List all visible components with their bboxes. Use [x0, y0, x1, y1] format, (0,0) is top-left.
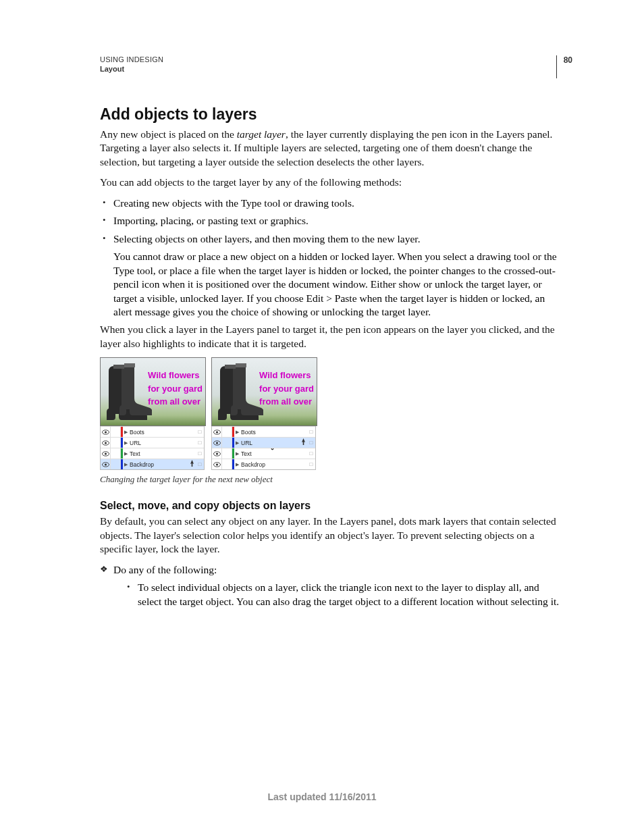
svg-rect-1: [124, 363, 135, 367]
disclosure-triangle-icon[interactable]: ▶: [124, 429, 128, 435]
overlay-text: Wild flowers for your gard from all over: [148, 369, 203, 409]
layer-color-swatch: [232, 427, 234, 437]
svg-rect-12: [236, 363, 246, 367]
layer-row[interactable]: ▶Boots□: [101, 426, 204, 437]
layer-color-swatch: [232, 438, 234, 448]
svg-point-14: [215, 431, 217, 433]
note-paragraph: You cannot draw or place a new object on…: [113, 250, 566, 319]
visibility-icon[interactable]: [101, 438, 111, 448]
disclosure-triangle-icon[interactable]: ▶: [124, 440, 128, 446]
running-section: Layout: [100, 65, 566, 73]
list-item: To select individual objects on a layer,…: [124, 581, 566, 608]
nested-list: To select individual objects on a layer,…: [124, 581, 566, 608]
layer-row[interactable]: ▶Text□: [212, 448, 315, 459]
diamond-text: Do any of the following:: [113, 564, 217, 575]
layer-color-swatch: [121, 448, 123, 459]
visibility-icon[interactable]: [101, 459, 111, 469]
lock-cell[interactable]: [222, 459, 232, 469]
selection-square-icon[interactable]: □: [196, 429, 204, 435]
overlay-line: Wild flowers: [259, 369, 314, 382]
svg-point-7: [104, 452, 106, 454]
intro-paragraph: Any new object is placed on the target l…: [100, 128, 566, 169]
list-item: Selecting objects on other layers, and t…: [100, 232, 566, 246]
visibility-icon[interactable]: [212, 427, 222, 437]
p1-em: target layer: [237, 128, 286, 140]
disclosure-triangle-icon[interactable]: ▶: [236, 462, 239, 467]
disclosure-triangle-icon[interactable]: ▶: [236, 440, 239, 446]
visibility-icon[interactable]: [212, 448, 222, 459]
selection-square-icon[interactable]: □: [196, 461, 204, 467]
overlay-line: for your gard: [259, 382, 314, 396]
overlay-line: Wild flowers: [148, 369, 203, 382]
pen-target-icon: [299, 438, 307, 447]
overlay-text: Wild flowers for your gard from all over: [259, 369, 314, 409]
layer-name: URL: [129, 440, 188, 446]
task-list: Do any of the following: To select indiv…: [100, 563, 566, 608]
visibility-icon[interactable]: [101, 427, 111, 437]
visibility-icon[interactable]: [212, 459, 222, 469]
layer-color-swatch: [232, 459, 234, 469]
lock-cell[interactable]: [111, 459, 121, 469]
layer-color-swatch: [121, 459, 123, 469]
boot-icon: [216, 363, 263, 423]
layer-name: Text: [240, 450, 299, 457]
svg-rect-10: [191, 463, 192, 467]
svg-point-5: [104, 442, 106, 444]
lock-cell[interactable]: [222, 438, 232, 448]
p4: By default, you can select any object on…: [100, 515, 566, 556]
heading-add-objects: Add objects to layers: [100, 105, 566, 124]
svg-point-21: [215, 463, 217, 465]
svg-rect-17: [302, 442, 304, 445]
boot-icon: [105, 363, 152, 423]
disclosure-triangle-icon[interactable]: ▶: [236, 451, 239, 457]
layer-name: Backdrop: [129, 461, 188, 468]
methods-list: Creating new objects with the Type tool …: [100, 197, 566, 246]
visibility-icon[interactable]: [212, 438, 222, 448]
overlay-line: for your gard: [148, 382, 203, 396]
p2: You can add objects to the target layer …: [100, 176, 566, 189]
footer: Last updated 11/16/2011: [0, 791, 644, 802]
visibility-icon[interactable]: [101, 448, 111, 459]
selection-square-icon[interactable]: □: [307, 461, 315, 467]
layer-name: Text: [129, 450, 188, 457]
layer-name: Boots: [129, 429, 188, 436]
svg-point-9: [104, 463, 106, 465]
layer-row[interactable]: ▶URL□: [101, 437, 204, 448]
disclosure-triangle-icon[interactable]: ▶: [124, 451, 128, 457]
layer-row[interactable]: ▶Boots□: [212, 426, 315, 437]
layer-color-swatch: [121, 438, 123, 448]
layer-color-swatch: [121, 427, 123, 437]
disclosure-triangle-icon[interactable]: ▶: [124, 462, 128, 467]
svg-point-3: [104, 431, 106, 433]
selection-square-icon[interactable]: □: [196, 450, 204, 457]
layer-row[interactable]: ▶Text□: [101, 448, 204, 459]
figure-caption: Changing the target layer for the next n…: [100, 474, 566, 485]
svg-point-16: [215, 442, 217, 444]
layers-panel-right: ▶Boots□▶URL□▶Text□▶Backdrop□: [211, 426, 316, 470]
p1a: Any new object is placed on the: [100, 128, 237, 140]
disclosure-triangle-icon[interactable]: ▶: [236, 429, 239, 435]
layer-row[interactable]: ▶Backdrop□: [101, 459, 204, 469]
overlay-line: from all over: [259, 395, 314, 409]
p3: When you click a layer in the Layers pan…: [100, 323, 566, 350]
svg-rect-0: [113, 365, 124, 369]
selection-square-icon[interactable]: □: [307, 429, 315, 435]
layer-color-swatch: [232, 448, 234, 459]
selection-square-icon[interactable]: □: [196, 440, 204, 446]
lock-cell[interactable]: [222, 427, 232, 437]
figure-thumbnail: Wild flowers for your gard from all over: [211, 357, 317, 426]
lock-cell[interactable]: [111, 438, 121, 448]
list-item: Creating new objects with the Type tool …: [100, 197, 566, 210]
running-head: USING INDESIGN: [100, 55, 566, 63]
selection-square-icon[interactable]: □: [307, 440, 315, 446]
layer-row[interactable]: ▶URL□: [212, 437, 315, 448]
lock-cell[interactable]: [111, 427, 121, 437]
lock-cell[interactable]: [111, 448, 121, 459]
layer-row[interactable]: ▶Backdrop□: [212, 459, 315, 469]
figure-panel-left: Wild flowers for your gard from all over…: [100, 357, 205, 470]
figure: Wild flowers for your gard from all over…: [100, 357, 566, 470]
selection-square-icon[interactable]: □: [307, 450, 315, 457]
lock-cell[interactable]: [222, 448, 232, 459]
list-item: Do any of the following: To select indiv…: [100, 563, 566, 608]
list-item: Importing, placing, or pasting text or g…: [100, 214, 566, 228]
